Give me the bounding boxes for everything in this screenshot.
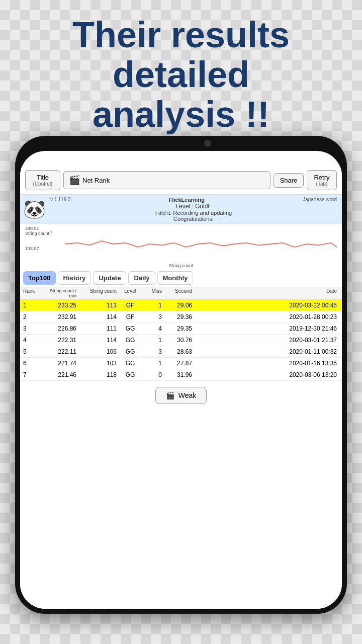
col-second-header: Second — [164, 288, 194, 298]
headline-line2: detailed — [113, 54, 249, 95]
table-row: 6 221.74 103 GG 1 27.87 2020-01-16 13:35 — [20, 358, 342, 369]
cell-date: 2020-03-22 00:45 — [194, 302, 339, 309]
weak-button[interactable]: 🎬 Weak — [155, 387, 207, 404]
chart-y-labels: 340.91 String count / 138.57 — [25, 226, 52, 251]
tab-top100[interactable]: Top100 — [23, 271, 56, 285]
table-header: Rank String count /min String count Leve… — [20, 287, 342, 300]
info-bar: 🐼 v.1.119.0 FlickLearning Japanese word … — [20, 195, 342, 224]
level-text: Level : GoldF — [50, 203, 337, 210]
weak-btn-row: 🎬 Weak — [20, 381, 342, 410]
table-row: 5 222.11 106 GG 3 28.63 2020-01-11 00:32 — [20, 346, 342, 358]
message-text: I did it. Recording and updating — [50, 210, 337, 216]
cell-sc: 113 — [78, 302, 119, 309]
japanese-word-label: Japanese word — [303, 197, 337, 202]
congrats-text: Congratulations. — [50, 216, 337, 222]
brand-label: FlickLearning — [169, 197, 205, 203]
tab-daily[interactable]: Daily — [128, 271, 155, 285]
tab-update[interactable]: Update — [93, 271, 126, 285]
phone-camera — [204, 140, 211, 147]
share-button[interactable]: Share — [274, 173, 304, 188]
table-row: 4 222.31 114 GG 1 30.76 2020-03-01 21:37 — [20, 335, 342, 346]
chart-area: 340.91 String count / 138.57 String coun… — [20, 224, 342, 269]
chart-svg — [65, 226, 337, 262]
weak-icon: 🎬 — [166, 391, 174, 399]
panda-mascot: 🐼 — [23, 200, 46, 218]
cell-rank: 1 — [23, 302, 43, 309]
version-text: v.1.119.0 — [50, 197, 70, 202]
col-level-header: Level — [119, 288, 144, 298]
headline: Their results detailed analysis !! — [0, 10, 362, 140]
table-row: 7 221.46 118 GG 0 31.96 2020-03-06 13:20 — [20, 369, 342, 381]
tab-history[interactable]: History — [58, 271, 92, 285]
cell-second: 29.06 — [164, 302, 194, 309]
phone-screen: Title (Control) 🎬 Net Rank Share Retry (… — [20, 151, 342, 609]
cell-scmin: 233.25 — [43, 302, 78, 309]
nav-bar: Title (Control) 🎬 Net Rank Share Retry (… — [20, 166, 342, 195]
phone-frame: Title (Control) 🎬 Net Rank Share Retry (… — [15, 136, 347, 614]
screen-content: Title (Control) 🎬 Net Rank Share Retry (… — [20, 166, 342, 609]
table-container: Rank String count /min String count Leve… — [20, 287, 342, 381]
table-row: 3 226.86 111 GG 4 29.35 2019-12-30 21:46 — [20, 323, 342, 335]
tabs-row: Top100 History Update Daily Monthly — [20, 269, 342, 287]
chart-x-label: String count — [169, 263, 193, 268]
headline-text: Their results — [72, 15, 290, 55]
col-sc-header: String count — [78, 288, 119, 298]
table-row: 1 233.25 113 GF 1 29.06 2020-03-22 00:45 — [20, 300, 342, 311]
retry-button[interactable]: Retry (Tab) — [307, 170, 337, 190]
col-miss-header: Miss — [144, 288, 164, 298]
cell-miss: 1 — [144, 302, 164, 309]
title-button[interactable]: Title (Control) — [25, 170, 60, 190]
col-date-header: Date — [194, 288, 339, 298]
netrank-button[interactable]: 🎬 Net Rank — [63, 171, 270, 189]
tab-monthly[interactable]: Monthly — [157, 271, 194, 285]
headline-line3: analysis !! — [93, 94, 269, 134]
col-scmin-header: String count /min — [43, 288, 78, 298]
col-rank-header: Rank — [23, 288, 43, 298]
cell-level: GF — [119, 302, 144, 309]
netrank-icon: 🎬 — [69, 175, 80, 186]
table-row: 2 232.91 114 GF 3 29.36 2020-01-28 00:23 — [20, 311, 342, 323]
